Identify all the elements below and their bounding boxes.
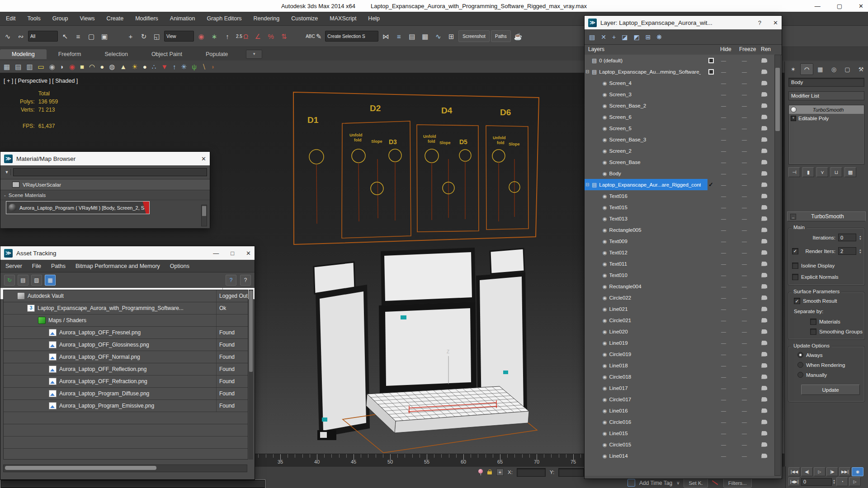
- freeze-toggle[interactable]: [742, 55, 747, 66]
- selection-filter-dropdown[interactable]: All: [28, 31, 58, 42]
- maximize-button[interactable]: ▢: [837, 3, 842, 9]
- dome-primitive-icon[interactable]: ◠: [89, 63, 95, 70]
- layer-row[interactable]: Line019: [585, 337, 774, 348]
- current-layer-indicator[interactable]: [708, 190, 715, 202]
- freeze-toggle[interactable]: [742, 281, 747, 292]
- current-layer-indicator[interactable]: [708, 111, 715, 122]
- asset-row[interactable]: Aurora_Laptop_OFF_Normal.png Found: [4, 351, 248, 363]
- camera-icon[interactable]: ◉: [49, 63, 55, 70]
- toolbar-separator[interactable]: [291, 29, 303, 43]
- hide-toggle[interactable]: [721, 416, 726, 427]
- render-toggle-icon[interactable]: [762, 292, 767, 303]
- render-toggle-icon[interactable]: [762, 77, 767, 89]
- ribbon-tab[interactable]: Populate: [194, 49, 240, 59]
- droplet-icon[interactable]: ▼: [161, 63, 168, 70]
- current-layer-indicator[interactable]: [708, 179, 715, 190]
- render-toggle-icon[interactable]: [762, 168, 767, 179]
- properties-icon[interactable]: ▥: [26, 63, 33, 70]
- layer-row[interactable]: 0 (default): [585, 55, 774, 66]
- hide-toggle[interactable]: [721, 235, 726, 247]
- render-toggle-icon[interactable]: [762, 202, 767, 213]
- copy-layer-icon[interactable]: ⊞: [646, 33, 651, 41]
- layer-row[interactable]: Circle022: [585, 292, 774, 303]
- freeze-toggle[interactable]: [742, 145, 747, 156]
- current-layer-indicator[interactable]: [708, 168, 715, 179]
- set-keys-icon[interactable]: [712, 480, 719, 486]
- previous-frame-button[interactable]: ◀|: [801, 467, 813, 476]
- frame-spinner[interactable]: ▲▼: [833, 479, 835, 484]
- freeze-toggle[interactable]: [742, 224, 747, 235]
- laptop-screen-right-top[interactable]: [490, 249, 524, 274]
- layer-row[interactable]: Line015: [585, 427, 774, 439]
- menu-item[interactable]: Edit: [0, 12, 22, 25]
- keyboard-shortcut-override-icon[interactable]: [627, 479, 635, 487]
- layer-manager-titlebar[interactable]: ≫ Layer: Laptop_Expanscape_Aurora_wit...…: [585, 16, 782, 29]
- freeze-toggle[interactable]: [742, 326, 747, 337]
- current-layer-indicator[interactable]: [708, 224, 715, 235]
- angle-snap-icon[interactable]: ∠: [252, 29, 264, 43]
- always-radio[interactable]: [797, 352, 803, 358]
- layer-row[interactable]: Text016: [585, 190, 774, 202]
- hide-toggle[interactable]: [721, 168, 726, 179]
- explicit-normals-checkbox[interactable]: [792, 274, 798, 280]
- unlink-selection-icon[interactable]: ∾: [15, 29, 27, 43]
- menu-item[interactable]: File: [27, 263, 46, 269]
- render-toggle-icon[interactable]: [762, 145, 767, 156]
- turbosmooth-rollout-header[interactable]: _ TurboSmooth: [787, 211, 866, 221]
- layer-row[interactable]: Screen_Base_3: [585, 134, 774, 145]
- layer-row[interactable]: Circle019: [585, 348, 774, 360]
- close-icon[interactable]: ✕: [201, 155, 206, 162]
- freeze-toggle[interactable]: [742, 179, 747, 190]
- layer-row[interactable]: Text015: [585, 202, 774, 213]
- play-button[interactable]: ▷: [814, 467, 826, 476]
- time-configuration-button[interactable]: ◔: [836, 477, 848, 486]
- layer-row[interactable]: Line016: [585, 405, 774, 416]
- render-toggle-icon[interactable]: [762, 179, 767, 190]
- render-toggle-icon[interactable]: [762, 66, 767, 77]
- hide-toggle[interactable]: [721, 190, 726, 202]
- asset-row[interactable]: Autodesk Vault Logged Out: [4, 290, 248, 302]
- hide-toggle[interactable]: [721, 134, 726, 145]
- layer-properties-icon[interactable]: ❋: [656, 33, 662, 41]
- remove-modifier-button[interactable]: ⊔: [830, 167, 842, 177]
- sun-light-icon[interactable]: ☀: [132, 63, 137, 70]
- freeze-toggle[interactable]: [742, 100, 747, 111]
- x-coordinate-field[interactable]: [517, 468, 546, 477]
- render-toggle-icon[interactable]: [762, 360, 767, 371]
- freeze-toggle[interactable]: [742, 382, 747, 394]
- render-toggle-icon[interactable]: [762, 190, 767, 202]
- selection-lock-icon[interactable]: [487, 469, 492, 475]
- hide-toggle[interactable]: [721, 382, 726, 394]
- freeze-toggle[interactable]: [742, 348, 747, 360]
- layer-row[interactable]: Screen_6: [585, 111, 774, 122]
- render-toggle-icon[interactable]: [762, 405, 767, 416]
- current-layer-indicator[interactable]: [708, 89, 715, 100]
- hide-toggle[interactable]: [721, 55, 726, 66]
- goto-start-button[interactable]: |◀◀: [788, 467, 800, 476]
- freeze-toggle[interactable]: [742, 337, 747, 348]
- modify-tab[interactable]: ◠: [800, 63, 813, 75]
- render-toggle-icon[interactable]: [762, 247, 767, 258]
- current-layer-indicator[interactable]: [708, 100, 715, 111]
- laptop-screen-top[interactable]: [384, 252, 472, 301]
- current-layer-indicator[interactable]: [708, 337, 715, 348]
- asset-row[interactable]: 3 Laptop_Expanscape_Aurora_with_Programm…: [4, 302, 248, 314]
- window-crossing-icon[interactable]: ▣: [99, 29, 110, 43]
- current-layer-indicator[interactable]: [708, 450, 715, 461]
- layer-manager-button[interactable]: ▤: [406, 29, 418, 43]
- expand-icon[interactable]: +: [791, 116, 796, 121]
- collapse-rollout-icon[interactable]: _: [790, 214, 796, 220]
- render-toggle-icon[interactable]: [762, 303, 767, 314]
- expander-icon[interactable]: [585, 182, 590, 187]
- hide-toggle[interactable]: [721, 371, 726, 382]
- isoline-display-checkbox[interactable]: [792, 263, 798, 269]
- freeze-toggle[interactable]: [742, 427, 747, 439]
- hide-toggle[interactable]: [721, 269, 726, 281]
- current-layer-indicator[interactable]: [708, 55, 715, 66]
- hide-toggle[interactable]: [721, 247, 726, 258]
- minimize-icon[interactable]: —: [213, 250, 219, 257]
- render-toggle-icon[interactable]: [762, 89, 767, 100]
- layer-row[interactable]: Screen_2: [585, 145, 774, 156]
- material-search-input[interactable]: [13, 168, 207, 176]
- asset-row[interactable]: Aurora_Laptop_OFF_Refraction.png Found: [4, 375, 248, 388]
